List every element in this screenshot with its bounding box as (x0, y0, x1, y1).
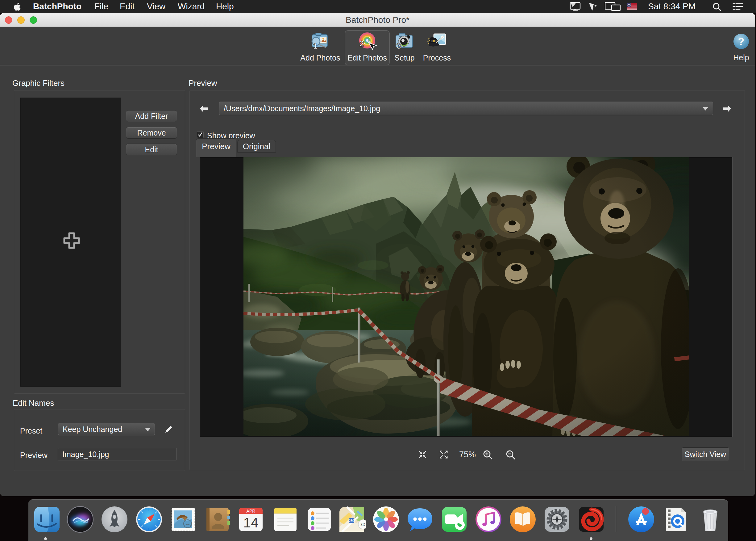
svg-text:3: 3 (396, 41, 401, 50)
svg-text:3D: 3D (361, 522, 365, 527)
svg-text:?: ? (738, 36, 745, 47)
svg-text:2: 2 (360, 39, 364, 48)
svg-text:APR: APR (247, 509, 256, 514)
svg-text:14: 14 (243, 515, 259, 530)
svg-text:1: 1 (313, 41, 318, 50)
svg-text:280: 280 (349, 519, 354, 522)
